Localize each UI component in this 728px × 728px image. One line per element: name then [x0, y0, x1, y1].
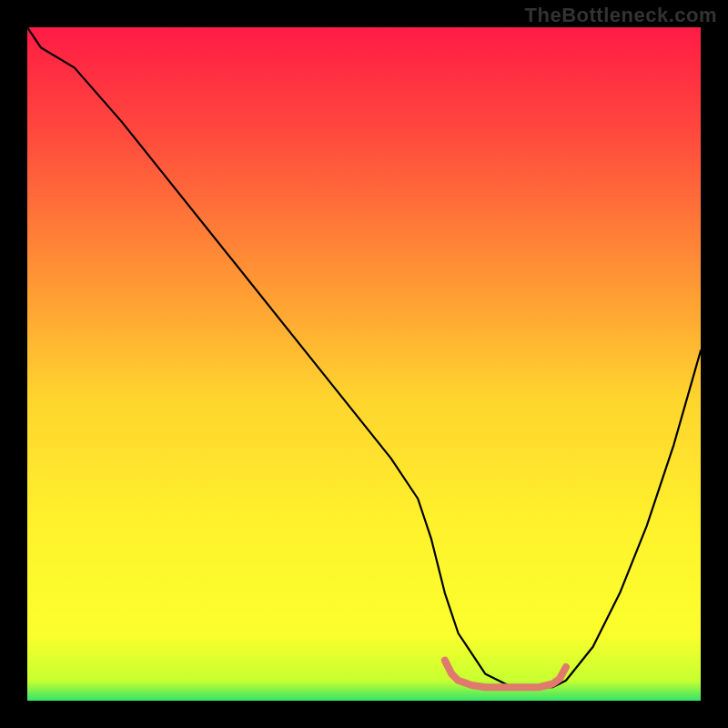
- gradient-background: [27, 27, 701, 701]
- watermark-text: TheBottleneck.com: [525, 4, 717, 27]
- chart-container: TheBottleneck.com: [0, 0, 728, 728]
- plot-area: [27, 27, 701, 701]
- plot-svg: [27, 27, 701, 701]
